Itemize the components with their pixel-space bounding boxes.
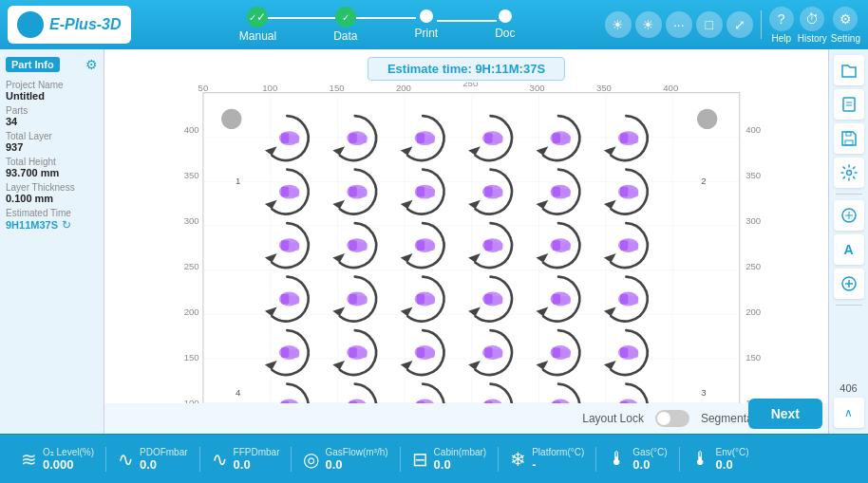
save-btn[interactable] bbox=[834, 123, 864, 154]
pdof-value: 0.0 bbox=[140, 457, 188, 472]
estimated-time-row: Estimated Time 9H11M37S ↻ bbox=[6, 208, 98, 232]
platform-value: - bbox=[532, 457, 584, 472]
env-status: 🌡 Env(°C) 0.0 bbox=[680, 447, 761, 472]
toolbar-separator-1 bbox=[836, 194, 862, 195]
gasflow-label: GasFlow(m³/h) bbox=[325, 447, 387, 457]
svg-text:250: 250 bbox=[184, 261, 199, 271]
nav-step-data[interactable]: ✓ Data bbox=[305, 7, 386, 43]
env-icon: 🌡 bbox=[691, 448, 710, 470]
data-step-label: Data bbox=[333, 29, 357, 43]
svg-text:350: 350 bbox=[745, 170, 761, 180]
svg-text:200: 200 bbox=[745, 307, 761, 317]
new-file-btn[interactable] bbox=[834, 89, 864, 120]
nav-step-doc[interactable]: Doc bbox=[466, 9, 543, 40]
ffpd-icon: ∿ bbox=[212, 448, 228, 471]
nav-steps: ✓ Manual ✓ Data Print Doc bbox=[150, 7, 605, 43]
help-btn[interactable]: ? Help bbox=[769, 7, 794, 44]
brightness-btn[interactable]: ☀ bbox=[605, 11, 632, 38]
logo-text: E-Plus-3D bbox=[49, 16, 122, 33]
ffpd-status: ∿ FFPDmbar 0.0 bbox=[200, 447, 292, 472]
doc-step-label: Doc bbox=[495, 27, 515, 40]
layer-thickness-row: Layer Thickness 0.100 mm bbox=[6, 182, 98, 204]
gasflow-status: ◎ GasFlow(m³/h) 0.0 bbox=[292, 447, 400, 472]
total-layer-value: 937 bbox=[6, 141, 98, 153]
layer-thickness-value: 0.100 mm bbox=[6, 193, 98, 204]
parts-value: 34 bbox=[6, 116, 98, 127]
next-button[interactable]: Next bbox=[748, 399, 822, 429]
svg-text:150: 150 bbox=[745, 352, 761, 362]
estimate-bar: Estimate time: 9H:11M:37S bbox=[368, 57, 565, 81]
svg-text:50: 50 bbox=[198, 83, 209, 93]
plus-circle-btn[interactable] bbox=[834, 269, 864, 299]
left-panel-header: Part Info ⚙ bbox=[6, 57, 98, 72]
svg-text:4: 4 bbox=[236, 387, 241, 398]
ffpd-value: 0.0 bbox=[234, 457, 280, 472]
env-label: Env(°C) bbox=[716, 447, 749, 457]
o2-icon: ≋ bbox=[21, 448, 37, 471]
svg-point-44 bbox=[164, 83, 184, 89]
brightness-btn2[interactable]: ☀ bbox=[635, 11, 662, 38]
expand-btn[interactable]: ⤢ bbox=[726, 11, 753, 38]
o2-value: 0.000 bbox=[43, 457, 94, 472]
pdof-status: ∿ PDOFmbar 0.0 bbox=[106, 447, 200, 472]
estimated-time-value: 9H11M37S bbox=[6, 219, 58, 231]
toolbar-number: 406 bbox=[840, 382, 857, 394]
total-height-value: 93.700 mm bbox=[6, 167, 98, 178]
cabin-icon: ⊟ bbox=[412, 448, 428, 471]
canvas-area: Estimate time: 9H:11M:37S 50 100 150 200… bbox=[104, 49, 828, 434]
svg-rect-45 bbox=[167, 83, 176, 87]
toolbar-separator-2 bbox=[836, 305, 862, 306]
pdof-icon: ∿ bbox=[118, 448, 134, 471]
part-info-tab[interactable]: Part Info bbox=[6, 57, 60, 72]
data-step-circle: ✓ bbox=[335, 7, 356, 28]
svg-rect-48 bbox=[843, 98, 855, 111]
total-layer-row: Total Layer 937 bbox=[6, 131, 98, 153]
project-name-row: Project Name Untitled bbox=[6, 80, 98, 102]
setting-btn[interactable]: ⚙ Setting bbox=[831, 7, 860, 44]
print-step-circle bbox=[420, 9, 433, 23]
layout-lock-toggle[interactable] bbox=[655, 410, 689, 427]
window-btn[interactable]: □ bbox=[696, 11, 723, 38]
svg-rect-46 bbox=[175, 83, 185, 87]
platform-icon: ❄ bbox=[510, 448, 526, 471]
parts-row: Parts 34 bbox=[6, 105, 98, 127]
cabin-status: ⊟ Cabin(mbar) 0.0 bbox=[401, 447, 500, 472]
logo-icon bbox=[17, 11, 44, 38]
svg-text:300: 300 bbox=[745, 215, 761, 226]
print-step-label: Print bbox=[415, 27, 439, 40]
total-height-row: Total Height 93.700 mm bbox=[6, 157, 98, 178]
logo-area: E-Plus-3D bbox=[8, 6, 131, 44]
manual-step-circle: ✓ bbox=[247, 7, 268, 28]
svg-text:350: 350 bbox=[184, 170, 199, 180]
expand-up-btn[interactable]: ∧ bbox=[834, 398, 864, 428]
gas-label: Gas(°C) bbox=[632, 447, 667, 457]
part-info-settings-icon[interactable]: ⚙ bbox=[85, 57, 98, 72]
svg-text:400: 400 bbox=[184, 124, 199, 135]
cabin-value: 0.0 bbox=[434, 457, 487, 472]
svg-point-53 bbox=[846, 171, 851, 176]
svg-text:3: 3 bbox=[701, 387, 706, 398]
svg-text:100: 100 bbox=[262, 83, 277, 93]
refresh-icon[interactable]: ↻ bbox=[62, 218, 71, 232]
left-panel: Part Info ⚙ Project Name Untitled Parts … bbox=[0, 49, 104, 434]
svg-text:2: 2 bbox=[701, 176, 706, 186]
circle-tool-btn[interactable] bbox=[834, 200, 864, 231]
build-plate-svg: 50 100 150 200 250 300 350 400 50 100 15… bbox=[104, 83, 828, 434]
layout-lock-label: Layout Lock bbox=[582, 412, 644, 425]
gasflow-value: 0.0 bbox=[325, 457, 387, 472]
text-tool-btn[interactable]: A bbox=[834, 234, 864, 265]
main-area: Part Info ⚙ Project Name Untitled Parts … bbox=[0, 49, 868, 434]
svg-text:350: 350 bbox=[596, 83, 612, 93]
nav-step-print[interactable]: Print bbox=[387, 9, 467, 40]
svg-marker-43 bbox=[150, 91, 162, 101]
header: E-Plus-3D ✓ Manual ✓ Data Print Doc ☀ ☀ bbox=[0, 0, 868, 49]
svg-text:200: 200 bbox=[396, 83, 411, 93]
history-btn[interactable]: ⏱ History bbox=[798, 7, 827, 44]
nav-step-manual[interactable]: ✓ Manual bbox=[211, 7, 305, 43]
open-file-btn[interactable] bbox=[834, 55, 864, 85]
more-btn[interactable]: ··· bbox=[666, 11, 692, 38]
svg-text:400: 400 bbox=[745, 124, 761, 135]
settings-tool-btn[interactable] bbox=[834, 158, 864, 188]
svg-text:250: 250 bbox=[462, 83, 478, 88]
svg-point-35 bbox=[221, 109, 241, 129]
